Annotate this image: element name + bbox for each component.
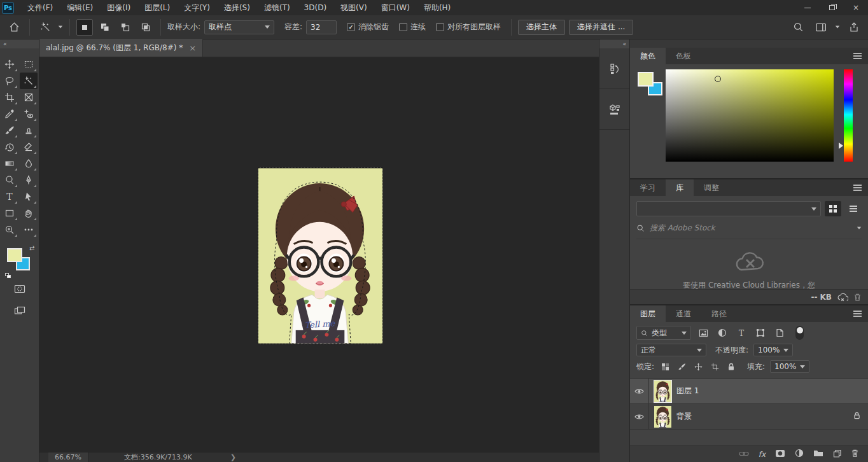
sample-size-dropdown[interactable]: 取样点 [204,20,274,34]
foreground-color-swatch[interactable] [7,248,22,262]
subtract-from-selection-mode-button[interactable] [117,19,134,36]
list-view-icon[interactable] [845,201,862,216]
tab-libraries[interactable]: 库 [666,179,694,196]
expand-panels-icon[interactable]: « [599,39,629,48]
rectangular-marquee-tool[interactable] [20,56,38,73]
delete-layer-icon[interactable] [851,449,859,459]
status-zoom-level[interactable]: 66.67% [48,452,88,462]
lock-position-icon[interactable] [692,361,704,372]
lock-image-pixels-icon[interactable] [676,361,687,372]
brush-tool[interactable] [1,122,18,139]
tab-channels[interactable]: 通道 [666,305,701,322]
library-select-dropdown[interactable] [636,201,821,216]
healing-brush-tool[interactable] [20,106,38,122]
clone-stamp-tool[interactable] [20,122,38,139]
hand-tool[interactable] [20,205,38,221]
menu-window[interactable]: 窗口(W) [374,0,417,15]
panel-foreground-swatch[interactable] [638,72,654,87]
crop-tool[interactable] [1,89,18,106]
history-brush-tool[interactable] [1,139,18,155]
select-and-mask-button[interactable]: 选择并遮住 ... [569,20,633,35]
search-icon[interactable] [789,19,807,36]
swap-colors-icon[interactable]: ⇄ [29,244,34,251]
edit-toolbar-icon[interactable] [20,221,38,238]
history-panel-icon[interactable] [599,48,629,89]
tab-layers[interactable]: 图层 [630,305,666,322]
tab-swatches[interactable]: 色板 [666,48,701,64]
new-group-icon[interactable] [813,449,823,459]
menu-file[interactable]: 文件(F) [20,0,60,15]
contiguous-checkbox[interactable]: 连续 [399,22,426,32]
workspace-caret[interactable] [836,26,839,29]
grid-view-icon[interactable] [825,201,841,216]
menu-view[interactable]: 视图(V) [333,0,374,15]
workspace-switcher-icon[interactable] [812,19,830,36]
minimize-button[interactable] [795,0,820,15]
layer-thumbnail[interactable] [654,406,671,428]
move-tool[interactable] [1,56,18,73]
default-colors-icon[interactable] [5,273,11,279]
hue-slider-arrow[interactable] [839,143,843,149]
layer-row-background[interactable]: 背景 [630,404,868,430]
hue-slider[interactable] [844,69,853,162]
filter-shape-layers-icon[interactable] [753,326,767,339]
tolerance-input[interactable] [306,20,337,34]
menu-help[interactable]: 帮助(H) [417,0,458,15]
menu-layer[interactable]: 图层(L) [137,0,177,15]
magic-wand-preset-icon[interactable] [36,19,54,36]
screen-mode-button[interactable] [11,303,29,318]
adobe-stock-search-field[interactable]: 搜索 Adobe Stock [636,223,862,239]
delete-library-item-icon[interactable] [853,293,862,302]
intersect-selection-mode-button[interactable] [137,19,154,36]
lock-all-icon[interactable] [725,361,737,372]
tab-learn[interactable]: 学习 [630,179,666,196]
opacity-dropdown[interactable]: 100% [753,344,793,356]
menu-edit[interactable]: 编辑(E) [60,0,100,15]
add-layer-mask-icon[interactable] [775,449,785,459]
dodge-tool[interactable] [1,172,18,188]
new-adjustment-layer-icon[interactable] [795,449,804,459]
type-tool[interactable]: T [1,188,18,205]
lock-transparent-pixels-icon[interactable] [659,361,671,372]
tab-paths[interactable]: 路径 [701,305,737,322]
blend-mode-dropdown[interactable]: 正常 [636,344,706,356]
3d-panel-icon[interactable] [599,89,629,130]
path-select-tool[interactable] [20,188,38,205]
tool-preset-caret[interactable] [59,26,62,29]
rectangle-tool[interactable] [1,205,18,221]
menu-3d[interactable]: 3D(D) [297,0,333,15]
layer-styles-fx-icon[interactable]: fx [759,450,766,459]
color-panel-menu-icon[interactable] [853,55,862,57]
close-button[interactable]: × [844,0,868,15]
tab-color[interactable]: 颜色 [630,48,666,64]
layer-row-layer-1[interactable]: 图层 1 [630,379,868,404]
tab-adjustments[interactable]: 调整 [694,179,729,196]
blur-tool[interactable] [20,155,38,172]
link-layers-icon[interactable] [739,450,749,459]
menu-select[interactable]: 选择(S) [217,0,257,15]
canvas-viewport[interactable] [39,57,599,452]
lasso-tool[interactable] [1,73,18,89]
layers-panel-menu-icon[interactable] [853,313,862,314]
layer-name[interactable]: 图层 1 [676,386,699,396]
anti-alias-checkbox[interactable]: ✓ 消除锯齿 [347,22,389,32]
libraries-panel-menu-icon[interactable] [853,187,862,188]
cc-sync-icon[interactable] [837,293,848,302]
menu-filter[interactable]: 滤镜(T) [257,0,297,15]
filter-type-layers-icon[interactable]: T [734,326,748,339]
filter-adjustment-layers-icon[interactable] [715,326,729,339]
new-selection-mode-button[interactable] [76,19,93,36]
document-close-icon[interactable]: × [189,43,196,53]
eraser-tool[interactable] [20,139,38,155]
layer-filter-toggle[interactable] [795,326,804,340]
layer-name[interactable]: 背景 [676,411,692,422]
filter-smart-objects-icon[interactable] [773,326,787,339]
new-layer-icon[interactable] [833,449,841,459]
home-icon[interactable] [5,19,23,36]
frame-tool[interactable] [20,89,38,106]
layer-filter-type-dropdown[interactable]: 类型 [636,326,691,340]
menu-image[interactable]: 图像(I) [100,0,137,15]
fill-dropdown[interactable]: 100% [770,360,809,373]
restore-button[interactable] [820,0,844,15]
zoom-tool[interactable] [1,221,18,238]
